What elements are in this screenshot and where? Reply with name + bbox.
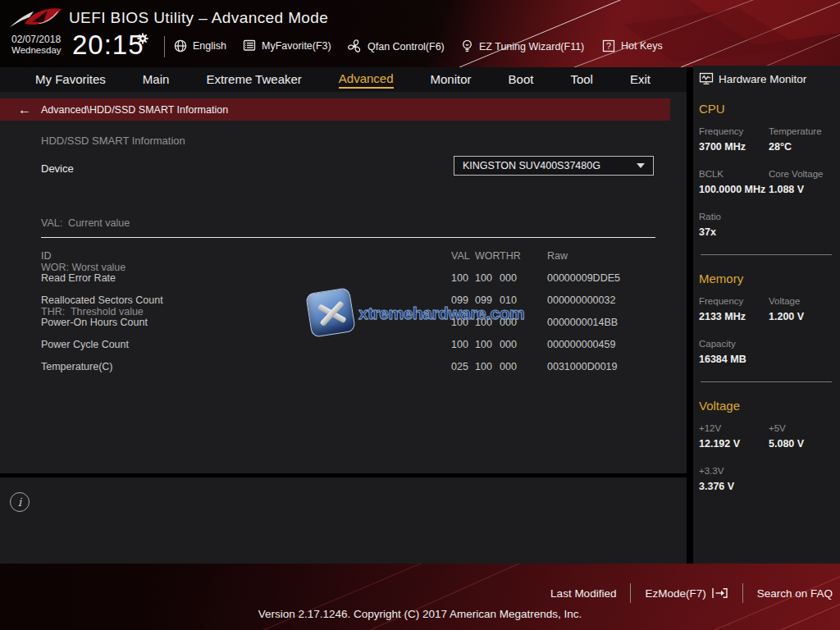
cpu-bclk: BCLK 100.0000 MHz (699, 169, 769, 195)
ez-tuning-wizard-label: EZ Tuning Wizard(F11) (479, 41, 584, 52)
time-display: 20:15 (72, 30, 144, 61)
cell-wor: 100 (475, 339, 500, 350)
breadcrumb-path: Advanced\HDD/SSD SMART Information (41, 104, 228, 116)
voltage-12v: +12V 12.192 V (699, 423, 769, 450)
rog-logo (7, 5, 64, 33)
help-panel: i (0, 477, 687, 564)
table-row: Temperature(C) 025 100 000 0031000D0019 (41, 355, 664, 377)
cell-raw: 00000009DDE5 (547, 272, 654, 284)
tab-exit[interactable]: Exit (630, 72, 651, 88)
cell-raw: 000000000032 (547, 294, 654, 306)
cell-wor: 100 (475, 317, 500, 328)
ezmode-exit-icon (711, 587, 728, 600)
device-dropdown-value: KINGSTON SUV400S37480G (463, 160, 600, 171)
memory-section-title: Memory (699, 272, 833, 285)
ezmode-label: EzMode(F7) (645, 587, 705, 600)
hot-keys-label: Hot Keys (621, 40, 663, 52)
col-val: VAL (451, 250, 475, 262)
col-thr: THR (500, 250, 547, 262)
version-text: Version 2.17.1246. Copyright (C) 2017 Am… (0, 608, 840, 620)
voltage-3v3: +3.3V 3.376 V (699, 466, 769, 492)
cell-raw: 0031000D0019 (547, 361, 654, 372)
cell-id: Temperature(C) (41, 361, 451, 372)
monitor-icon (699, 72, 714, 85)
content-panel: ← Advanced\HDD/SSD SMART Information HDD… (0, 92, 687, 473)
table-header-row: ID VAL WOR THR Raw (41, 244, 664, 267)
cell-val: 025 (451, 361, 475, 372)
cell-raw: 0000000014BB (547, 317, 654, 328)
myfavorite-button[interactable]: MyFavorite(F3) (243, 39, 331, 52)
hardware-monitor-panel: Hardware Monitor CPU Frequency 3700 MHz … (693, 66, 840, 564)
table-row: Power-On Hours Count 100 100 000 0000000… (41, 311, 664, 333)
tab-extreme-tweaker[interactable]: Extreme Tweaker (206, 72, 301, 88)
question-box-icon: ? (602, 39, 615, 52)
smart-table: ID VAL WOR THR Raw Read Error Rate 100 1… (41, 244, 664, 377)
time-settings-gear-icon[interactable] (137, 33, 148, 44)
table-row: Reallocated Sectors Count 099 099 010 00… (41, 289, 664, 311)
legend-val: VAL: Current value (41, 216, 144, 231)
cell-val: 100 (451, 317, 475, 328)
cell-id: Reallocated Sectors Count (41, 294, 451, 306)
cell-wor: 099 (475, 294, 500, 306)
tab-advanced[interactable]: Advanced (339, 71, 394, 89)
bios-screen: UEFI BIOS Utility – Advanced Mode 02/07/… (0, 0, 840, 630)
memory-frequency: Frequency 2133 MHz (699, 296, 769, 322)
cell-wor: 100 (475, 361, 500, 372)
qfan-control-label: Qfan Control(F6) (368, 41, 445, 52)
bulb-icon (461, 39, 473, 53)
table-row: Power Cycle Count 100 100 000 0000000004… (41, 333, 664, 355)
ez-tuning-wizard-button[interactable]: EZ Tuning Wizard(F11) (461, 39, 584, 53)
window-title: UEFI BIOS Utility – Advanced Mode (69, 9, 328, 27)
cpu-section: Frequency 3700 MHz Temperature 28°C BCLK… (699, 126, 833, 238)
footer-menu: Last Modified EzMode(F7) Search on FAQ (550, 583, 833, 603)
voltage-section: +12V 12.192 V +5V 5.080 V +3.3V 3.376 V (699, 423, 833, 492)
toolbar-separator (164, 36, 165, 57)
cell-val: 100 (451, 272, 475, 284)
cell-id: Power-On Hours Count (41, 317, 451, 328)
col-wor: WOR (475, 250, 500, 262)
svg-text:?: ? (606, 41, 611, 51)
main-menu-bar: My Favorites Main Extreme Tweaker Advanc… (0, 67, 687, 92)
globe-icon (174, 39, 187, 52)
last-modified-label: Last Modified (550, 587, 616, 600)
tab-my-favorites[interactable]: My Favorites (35, 72, 106, 88)
favorite-list-icon (243, 39, 256, 52)
tab-monitor[interactable]: Monitor (431, 72, 472, 88)
cell-val: 100 (451, 339, 475, 350)
memory-voltage: Voltage 1.200 V (769, 296, 833, 322)
memory-capacity: Capacity 16384 MB (699, 339, 769, 365)
col-raw: Raw (547, 250, 654, 262)
voltage-5v: +5V 5.080 V (769, 423, 833, 450)
qfan-control-button[interactable]: Qfan Control(F6) (348, 39, 445, 53)
ezmode-button[interactable]: EzMode(F7) (645, 587, 728, 600)
cell-id: Read Error Rate (41, 272, 451, 284)
cell-thr: 010 (500, 294, 547, 306)
weekday-value: Wednesday (11, 45, 62, 56)
cpu-temperature: Temperature 28°C (769, 126, 833, 153)
cell-thr: 000 (500, 317, 547, 328)
tab-tool[interactable]: Tool (570, 72, 593, 88)
page-title: HDD/SSD SMART Information (41, 135, 185, 147)
language-button[interactable]: English (174, 39, 226, 52)
breadcrumb: ← Advanced\HDD/SSD SMART Information (0, 98, 670, 121)
cpu-frequency: Frequency 3700 MHz (699, 126, 769, 153)
back-arrow-icon[interactable]: ← (18, 103, 31, 116)
memory-section: Frequency 2133 MHz Voltage 1.200 V Capac… (699, 296, 833, 365)
date-display: 02/07/2018 Wednesday (11, 34, 62, 56)
tab-main[interactable]: Main (143, 72, 170, 88)
hardware-monitor-title: Hardware Monitor (719, 73, 806, 85)
sidebar-divider (701, 381, 832, 382)
footer: Last Modified EzMode(F7) Search on FAQ V… (0, 564, 840, 630)
device-dropdown[interactable]: KINGSTON SUV400S37480G (454, 156, 654, 176)
voltage-section-title: Voltage (699, 399, 833, 413)
cell-val: 099 (451, 294, 475, 306)
cell-id: Power Cycle Count (41, 339, 451, 350)
hot-keys-button[interactable]: ? Hot Keys (602, 39, 663, 52)
search-on-faq-label: Search on FAQ (757, 587, 833, 600)
tab-boot[interactable]: Boot (509, 72, 534, 88)
date-value: 02/07/2018 (11, 34, 62, 45)
cpu-core-voltage: Core Voltage 1.088 V (769, 169, 833, 195)
search-on-faq-button[interactable]: Search on FAQ (757, 587, 833, 600)
language-label: English (193, 40, 226, 52)
last-modified-button[interactable]: Last Modified (550, 587, 616, 600)
